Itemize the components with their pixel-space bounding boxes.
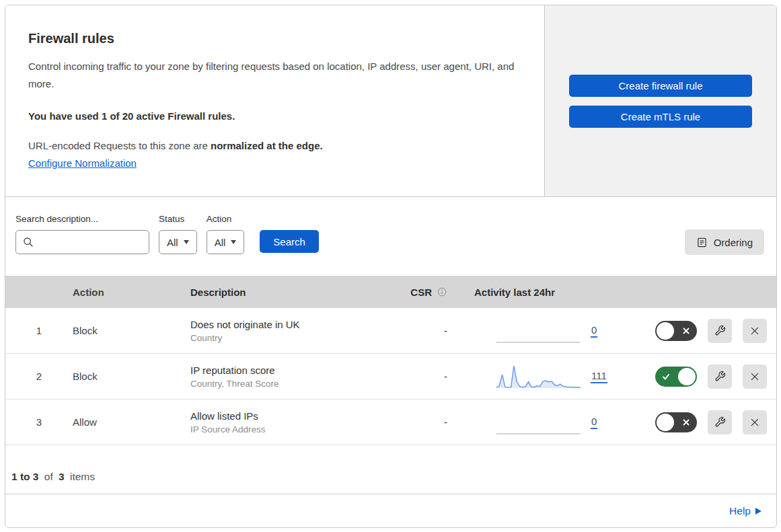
firewall-rules-panel: Firewall rules Control incoming traffic … — [5, 5, 777, 528]
search-input[interactable] — [39, 237, 143, 248]
x-icon — [682, 327, 690, 335]
status-label: Status — [159, 214, 197, 224]
delete-rule-button[interactable] — [743, 410, 767, 434]
rule-action: Block — [73, 325, 190, 336]
rule-fields: IP Source Address — [190, 424, 382, 434]
column-description: Description — [190, 287, 382, 298]
normalization-note: URL-encoded Requests to this zone are no… — [28, 140, 517, 151]
activity-sparkline — [496, 363, 581, 390]
rule-csr: - — [382, 416, 459, 428]
delete-rule-button[interactable] — [743, 365, 767, 389]
chevron-down-icon — [184, 240, 189, 244]
edit-rule-button[interactable] — [708, 410, 732, 434]
x-icon — [682, 418, 690, 426]
create-firewall-rule-button[interactable]: Create firewall rule — [569, 75, 752, 97]
table-row: 1 Block Does not originate in UK Country… — [5, 308, 776, 354]
column-action: Action — [73, 287, 190, 298]
info-icon[interactable] — [437, 287, 447, 297]
pagination-summary: 1 to 3 of 3 items — [5, 445, 776, 494]
action-dropdown[interactable]: All — [207, 230, 245, 254]
wrench-icon — [714, 325, 726, 336]
chevron-right-icon — [755, 508, 761, 515]
rule-csr: - — [382, 371, 459, 382]
x-icon — [749, 325, 761, 337]
rule-fields: Country, Threat Score — [190, 379, 382, 389]
wrench-icon — [714, 416, 726, 428]
search-label: Search description... — [15, 214, 149, 224]
toggle-knob — [657, 322, 674, 340]
rule-csr: - — [382, 325, 459, 336]
table-header: Action Description CSR Activity last 24h… — [5, 276, 776, 308]
wrench-icon — [714, 371, 726, 382]
activity-sparkline — [496, 317, 581, 344]
list-icon — [696, 237, 708, 248]
x-icon — [749, 371, 761, 383]
toggle-knob — [678, 368, 696, 385]
column-csr: CSR — [382, 287, 459, 298]
rule-description: IP reputation score — [190, 365, 382, 376]
rule-priority: 1 — [5, 325, 73, 336]
activity-sparkline — [496, 409, 581, 436]
header-text-block: Firewall rules Control incoming traffic … — [5, 5, 544, 196]
edit-rule-button[interactable] — [708, 365, 732, 389]
usage-summary: You have used 1 of 20 active Firewall ru… — [28, 110, 517, 122]
status-dropdown[interactable]: All — [159, 230, 197, 254]
search-icon — [22, 236, 34, 248]
rule-fields: Country — [190, 333, 382, 343]
actions-side-panel: Create firewall rule Create mTLS rule — [544, 5, 776, 196]
activity-count-link[interactable]: 0 — [591, 324, 597, 338]
edit-rule-button[interactable] — [708, 319, 732, 343]
configure-normalization-link[interactable]: Configure Normalization — [28, 157, 137, 169]
rule-description: Allow listed IPs — [190, 410, 382, 422]
page-description: Control incoming traffic to your zone by… — [28, 58, 517, 93]
check-icon — [661, 372, 671, 381]
search-button[interactable]: Search — [260, 230, 319, 253]
rule-priority: 2 — [5, 371, 73, 382]
page-title: Firewall rules — [28, 31, 517, 46]
rule-priority: 3 — [5, 416, 73, 428]
toggle-knob — [657, 414, 674, 431]
rule-enabled-toggle[interactable] — [655, 321, 697, 341]
rule-action: Allow — [73, 416, 190, 428]
rule-action: Block — [73, 371, 190, 382]
activity-count-link[interactable]: 0 — [591, 416, 597, 429]
table-row: 2 Block IP reputation score Country, Thr… — [5, 354, 776, 400]
action-label: Action — [207, 214, 245, 224]
search-input-wrapper[interactable] — [15, 230, 149, 254]
delete-rule-button[interactable] — [743, 319, 767, 343]
x-icon — [749, 416, 761, 428]
chevron-down-icon — [231, 240, 236, 244]
rule-description: Does not originate in UK — [190, 319, 382, 330]
ordering-button[interactable]: Ordering — [685, 229, 764, 255]
column-activity: Activity last 24hr — [459, 287, 624, 298]
create-mtls-rule-button[interactable]: Create mTLS rule — [569, 106, 752, 128]
help-bar: Help — [5, 494, 776, 527]
panel-header: Firewall rules Control incoming traffic … — [5, 5, 776, 197]
help-link[interactable]: Help — [729, 505, 761, 517]
rule-enabled-toggle[interactable] — [655, 412, 697, 432]
filter-bar: Search description... Status All Action … — [5, 197, 776, 276]
rule-enabled-toggle[interactable] — [655, 367, 697, 387]
table-row: 3 Allow Allow listed IPs IP Source Addre… — [5, 400, 776, 445]
activity-count-link[interactable]: 111 — [591, 370, 607, 383]
